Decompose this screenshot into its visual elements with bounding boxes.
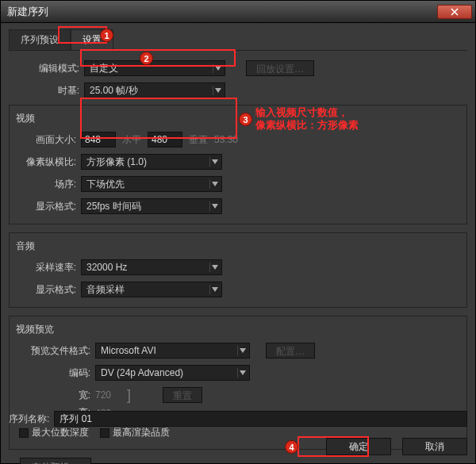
sequence-name-input[interactable] bbox=[54, 411, 467, 427]
ok-button[interactable]: 确定 bbox=[326, 438, 391, 455]
field-order-label: 场序: bbox=[16, 178, 81, 191]
video-section-title: 视频 bbox=[16, 112, 460, 125]
video-section: 视频 画面大小: 水平 垂直 53:30 像素纵横比: 方形像素 (1.0) 场… bbox=[9, 105, 467, 224]
sample-rate-label: 采样速率: bbox=[16, 261, 81, 274]
field-order-select[interactable]: 下场优先 bbox=[81, 176, 222, 192]
audio-display-select[interactable]: 音频采样 bbox=[81, 282, 222, 297]
frame-width-unit: 水平 bbox=[116, 133, 148, 147]
chevron-down-icon bbox=[237, 368, 247, 378]
audio-section: 音频 采样速率: 32000 Hz 显示格式: 音频采样 bbox=[9, 232, 467, 308]
video-display-label: 显示格式: bbox=[16, 200, 81, 213]
edit-mode-select[interactable]: 自定义 bbox=[84, 60, 225, 76]
timebase-select[interactable]: 25.00 帧/秒 bbox=[84, 82, 225, 98]
chevron-down-icon bbox=[213, 86, 222, 95]
playback-settings-button[interactable]: 回放设置… bbox=[246, 60, 314, 76]
cancel-button[interactable]: 取消 bbox=[402, 438, 467, 455]
frame-width-input[interactable] bbox=[81, 132, 116, 148]
edit-mode-label: 编辑模式: bbox=[9, 62, 84, 75]
tab-settings[interactable]: 设置 bbox=[71, 29, 113, 50]
codec-select[interactable]: DV (24p Advanced) bbox=[95, 365, 250, 381]
sequence-name-label: 序列名称: bbox=[9, 412, 54, 426]
close-icon bbox=[451, 8, 459, 16]
chevron-down-icon bbox=[209, 263, 219, 272]
audio-display-label: 显示格式: bbox=[16, 283, 81, 297]
chevron-down-icon bbox=[237, 346, 247, 355]
reset-button[interactable]: 重置 bbox=[163, 387, 202, 403]
frame-size-label: 画面大小: bbox=[16, 133, 81, 147]
sample-rate-select[interactable]: 32000 Hz bbox=[81, 259, 222, 275]
codec-label: 编码: bbox=[16, 366, 95, 380]
close-button[interactable] bbox=[437, 5, 472, 19]
chevron-down-icon bbox=[209, 179, 219, 189]
tab-preset[interactable]: 序列预设 bbox=[9, 29, 71, 50]
frame-ratio: 53:30 bbox=[214, 134, 238, 145]
titlebar[interactable]: 新建序列 bbox=[1, 1, 475, 23]
preview-width-label: 宽: bbox=[16, 389, 95, 402]
frame-height-unit: 垂直 bbox=[182, 133, 214, 147]
timebase-label: 时基: bbox=[9, 84, 84, 98]
chevron-down-icon bbox=[209, 285, 219, 294]
preview-width-value: 720 bbox=[95, 389, 119, 401]
chevron-down-icon bbox=[213, 63, 222, 73]
new-sequence-dialog: 新建序列 序列预设 设置 编辑模式: 自定义 回放设置… 时基: 25.00 帧… bbox=[0, 0, 476, 464]
par-select[interactable]: 方形像素 (1.0) bbox=[81, 154, 222, 170]
window-title: 新建序列 bbox=[7, 5, 48, 19]
video-display-select[interactable]: 25fps 时间码 bbox=[81, 198, 222, 214]
tab-bar: 序列预设 设置 bbox=[9, 29, 467, 51]
chevron-down-icon bbox=[209, 201, 219, 211]
save-preset-button[interactable]: 存储预设… bbox=[20, 458, 91, 464]
chevron-down-icon bbox=[209, 157, 219, 167]
frame-height-input[interactable] bbox=[148, 132, 182, 148]
config-button[interactable]: 配置… bbox=[266, 343, 315, 359]
preview-section-title: 视频预览 bbox=[16, 323, 460, 336]
par-label: 像素纵横比: bbox=[16, 155, 81, 169]
preview-format-select[interactable]: Microsoft AVI bbox=[95, 343, 250, 359]
audio-section-title: 音频 bbox=[16, 240, 460, 253]
preview-format-label: 预览文件格式: bbox=[16, 344, 95, 358]
